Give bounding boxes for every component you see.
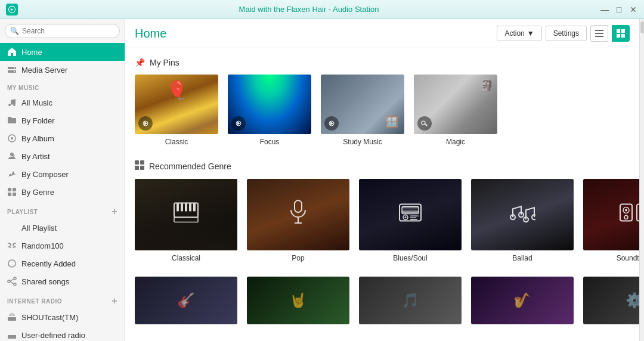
blues-label: Blues/Soul: [359, 254, 462, 262]
svg-rect-43: [295, 200, 302, 212]
sidebar-item-all-music[interactable]: All Music: [0, 94, 125, 111]
action-dropdown-icon: ▼: [527, 29, 534, 38]
genre-card-classical[interactable]: Classical: [135, 179, 237, 262]
content-scroll: 📌 My Pins 🎈 Cl: [125, 48, 639, 341]
genre-card-soundtrack[interactable]: Soundtrack: [583, 179, 639, 262]
content-header: Home Action ▼ Settings: [125, 19, 639, 48]
genre-card-pop[interactable]: Pop: [247, 179, 349, 262]
add-playlist-button[interactable]: +: [112, 207, 117, 216]
svg-rect-17: [8, 317, 16, 321]
app-icon: [6, 4, 18, 16]
sidebar-item-by-artist[interactable]: By Artist: [0, 147, 125, 165]
soundtrack-thumb: [583, 179, 639, 250]
add-circle-icon: [7, 259, 17, 268]
extra3-thumb: 🎵: [359, 277, 462, 324]
action-button[interactable]: Action ▼: [497, 26, 541, 41]
home-icon: [7, 47, 17, 57]
svg-point-64: [625, 209, 627, 212]
svg-rect-26: [617, 34, 620, 38]
shared-songs-label: Shared songs: [21, 277, 69, 286]
pin-card-focus[interactable]: Focus: [228, 75, 311, 146]
svg-rect-9: [8, 193, 11, 196]
by-album-label: By Album: [21, 134, 54, 143]
by-composer-label: By Composer: [21, 170, 69, 179]
pin-magic-thumb: 🗿: [414, 75, 497, 134]
svg-point-12: [14, 277, 16, 280]
minimize-button[interactable]: —: [600, 5, 609, 14]
sidebar-item-shared-songs[interactable]: Shared songs: [0, 272, 125, 290]
svg-point-11: [8, 260, 16, 267]
svg-rect-41: [193, 203, 196, 212]
pin-card-classic[interactable]: 🎈 Classic: [135, 75, 218, 146]
extra5-thumb: ⚙️: [583, 277, 639, 324]
recently-added-label: Recently Added: [21, 259, 76, 268]
by-genre-label: By Genre: [21, 188, 54, 197]
sidebar-item-recently-added[interactable]: Recently Added: [0, 255, 125, 272]
soundtrack-label: Soundtrack: [583, 254, 639, 262]
genre-card-blues[interactable]: Blues/Soul: [359, 179, 462, 262]
extra-card-5[interactable]: ⚙️: [583, 277, 639, 324]
main-content: Home Action ▼ Settings: [125, 19, 639, 341]
by-artist-label: By Artist: [21, 152, 50, 161]
recommended-section-title: Recommended Genre: [149, 162, 231, 171]
scrollbar[interactable]: [639, 19, 644, 341]
genre-card-ballad[interactable]: Ballad: [471, 179, 574, 262]
maximize-button[interactable]: □: [614, 5, 624, 14]
sidebar-item-by-album[interactable]: By Album: [0, 129, 125, 147]
genre-cards-row: Classical: [135, 179, 630, 262]
sidebar-item-user-defined-radio[interactable]: User-defined radio: [0, 326, 125, 341]
svg-point-18: [10, 318, 11, 320]
extra-card-4[interactable]: 🎷: [471, 277, 574, 324]
pin-card-magic[interactable]: 🗿 Magic: [414, 75, 497, 146]
svg-point-20: [10, 336, 11, 338]
svg-rect-34: [135, 166, 139, 170]
shuffle-icon: [7, 241, 17, 250]
pin-icon: 📌: [135, 58, 145, 67]
svg-rect-27: [621, 34, 625, 38]
list-view-button[interactable]: [590, 25, 608, 42]
recommended-section-header: Recommended Genre: [135, 160, 630, 172]
search-input[interactable]: [22, 27, 114, 35]
window-title: Maid with the Flaxen Hair - Audio Statio…: [18, 5, 600, 14]
sidebar-item-by-genre[interactable]: By Genre: [0, 183, 125, 201]
sidebar-item-all-playlist[interactable]: All Playlist: [0, 219, 125, 237]
extra-card-2[interactable]: 🤘: [247, 277, 349, 324]
extra2-thumb: 🤘: [247, 277, 349, 324]
blues-thumb: [359, 179, 462, 250]
sidebar-item-by-folder[interactable]: By Folder: [0, 111, 125, 129]
page-title: Home: [135, 27, 166, 41]
svg-rect-35: [140, 166, 144, 170]
pin-magic-label: Magic: [414, 138, 497, 146]
pin-focus-thumb: [228, 75, 311, 134]
svg-rect-39: [185, 203, 187, 212]
artist-icon: [7, 151, 17, 161]
search-box: 🔍: [5, 24, 120, 38]
sidebar-media-server-label: Media Server: [21, 66, 67, 75]
svg-rect-8: [13, 188, 16, 191]
sidebar-item-shoutcast[interactable]: SHOUTcast(TM): [0, 308, 125, 326]
pin-study-thumb: 🪟: [321, 75, 404, 134]
svg-rect-66: [637, 204, 639, 221]
music-note-icon: [7, 98, 17, 107]
play-icon: [138, 116, 153, 131]
sidebar-item-by-composer[interactable]: By Composer: [0, 165, 125, 183]
window-controls[interactable]: — □ ✕: [600, 5, 638, 14]
grid-view-button[interactable]: [612, 25, 630, 42]
svg-rect-40: [189, 203, 191, 212]
svg-rect-10: [13, 193, 16, 196]
svg-rect-37: [177, 203, 179, 212]
add-radio-button[interactable]: +: [112, 296, 117, 306]
pin-card-study[interactable]: 🪟 Study Music: [321, 75, 404, 146]
sidebar-item-media-server[interactable]: Media Server: [0, 61, 125, 79]
svg-point-65: [624, 216, 628, 219]
svg-point-3: [14, 67, 15, 69]
extra-card-1[interactable]: 🎸: [135, 277, 237, 324]
pin-classic-thumb: 🎈: [135, 75, 218, 134]
sidebar-item-random100[interactable]: Random100: [0, 237, 125, 255]
play-icon-2: [231, 116, 246, 131]
sidebar-item-home[interactable]: Home: [0, 43, 125, 61]
close-button[interactable]: ✕: [628, 5, 638, 14]
genre-icon-nav: [7, 187, 17, 197]
extra-card-3[interactable]: 🎵: [359, 277, 462, 324]
settings-button[interactable]: Settings: [546, 26, 587, 41]
